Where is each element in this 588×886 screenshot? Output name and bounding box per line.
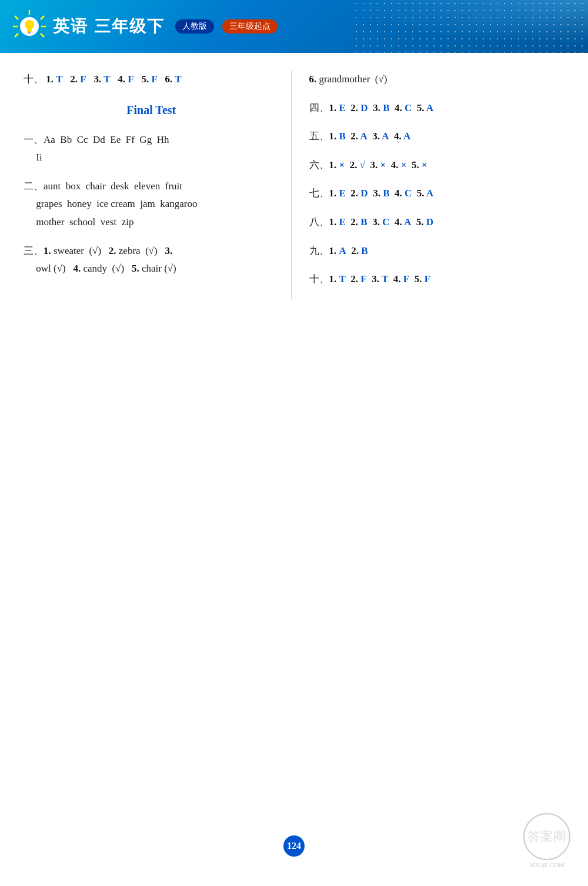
final-test-title: Final Test: [24, 99, 279, 121]
item-1: 1. T: [46, 73, 68, 85]
section-two-label: 二、aunt box chair desk eleven fruit grape…: [24, 180, 198, 228]
svg-line-3: [41, 34, 44, 37]
section-eight: 八、1. E 2. B 3. C 4. A 5. D: [309, 213, 565, 232]
watermark: 答案圈 MXQE.COM: [523, 813, 570, 868]
header-logo: 英语 三年级下 人教版 三年级起点: [12, 9, 278, 44]
section-ten-top: 十、 1. T 2. F 3. T 4. F 5. F 6. T: [24, 71, 279, 89]
section-ten-bottom-label: 十、1. T 2. F 3. T 4. F 5. F: [309, 273, 431, 285]
item-2: 2. F: [70, 73, 91, 85]
section-ten-bottom: 十、1. T 2. F 3. T 4. F 5. F: [309, 270, 565, 289]
grandmother-label: 6. grandmother (√): [309, 73, 387, 85]
section-six: 六、1. × 2. √ 3. × 4. × 5. ×: [309, 156, 565, 175]
section-one: 一、Aa Bb Cc Dd Ee Ff Gg Hh Ii: [24, 131, 279, 167]
right-column: 6. grandmother (√) 四、1. E 2. D 3. B 4. C…: [292, 71, 565, 299]
main-content: 十、 1. T 2. F 3. T 4. F 5. F 6. T Final T…: [0, 53, 588, 317]
section-nine-label: 九、1. A 2. B: [309, 245, 368, 256]
final-test-section: Final Test: [24, 99, 279, 121]
section-eight-label: 八、1. E 2. B 3. C 4. A 5. D: [309, 216, 434, 228]
svg-rect-10: [28, 32, 31, 34]
item-5: 5. F: [141, 73, 162, 85]
header-badge1: 人教版: [175, 19, 214, 34]
left-column: 十、 1. T 2. F 3. T 4. F 5. F 6. T Final T…: [24, 71, 292, 299]
item-3: 3. T: [93, 73, 115, 85]
item-6: 6. T: [165, 73, 182, 85]
section-six-label: 六、1. × 2. √ 3. × 4. × 5. ×: [309, 159, 427, 170]
watermark-circle: 答案圈: [523, 813, 570, 860]
page-number: 124: [283, 835, 305, 857]
header-banner: 英语 三年级下 人教版 三年级起点: [0, 0, 588, 53]
svg-line-6: [15, 34, 18, 37]
svg-line-1: [41, 16, 44, 19]
header-badge2: 三年级起点: [222, 19, 278, 34]
section-five-label: 五、1. B 2. A 3. A 4. A: [309, 131, 411, 142]
section-three: 三、1. sweater (√) 2. zebra (√) 3. owl (√)…: [24, 242, 279, 278]
section-ten-top-label: 十、: [24, 73, 44, 85]
svg-rect-9: [27, 29, 32, 32]
section-three-label: 三、1. sweater (√) 2. zebra (√) 3. owl (√)…: [24, 245, 176, 275]
dot-pattern-decoration: [353, 0, 588, 53]
section-two: 二、aunt box chair desk eleven fruit grape…: [24, 178, 279, 232]
section-four: 四、1. E 2. D 3. B 4. C 5. A: [309, 99, 565, 118]
section-nine: 九、1. A 2. B: [309, 242, 565, 260]
svg-point-8: [25, 20, 34, 29]
watermark-text: MXQE.COM: [523, 861, 570, 868]
section-seven: 七、1. E 2. D 3. B 4. C 5. A: [309, 185, 565, 203]
section-seven-label: 七、1. E 2. D 3. B 4. C 5. A: [309, 188, 434, 199]
section-one-label: 一、Aa Bb Cc Dd Ee Ff Gg Hh Ii: [24, 134, 169, 163]
item-4: 4. F: [118, 73, 139, 85]
section-four-label: 四、1. E 2. D 3. B 4. C 5. A: [309, 102, 434, 113]
watermark-icon: 答案圈: [527, 828, 566, 845]
svg-line-4: [15, 16, 18, 19]
section-five: 五、1. B 2. A 3. A 4. A: [309, 128, 565, 146]
section-six-grandmother: 6. grandmother (√): [309, 71, 565, 89]
sun-icon: [12, 9, 47, 44]
header-title: 英语 三年级下: [53, 15, 165, 38]
